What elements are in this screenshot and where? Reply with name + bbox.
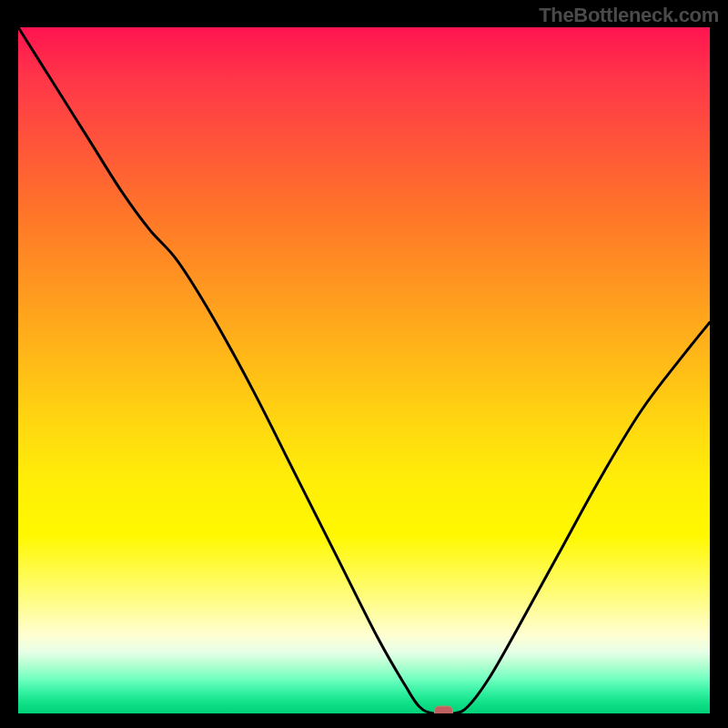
minimum-marker: [434, 706, 452, 713]
bottleneck-curve: [18, 27, 710, 713]
curve-svg: [18, 27, 710, 713]
plot-area: [18, 27, 710, 713]
chart-frame: TheBottleneck.com: [0, 0, 728, 728]
attribution-label: TheBottleneck.com: [539, 4, 719, 27]
